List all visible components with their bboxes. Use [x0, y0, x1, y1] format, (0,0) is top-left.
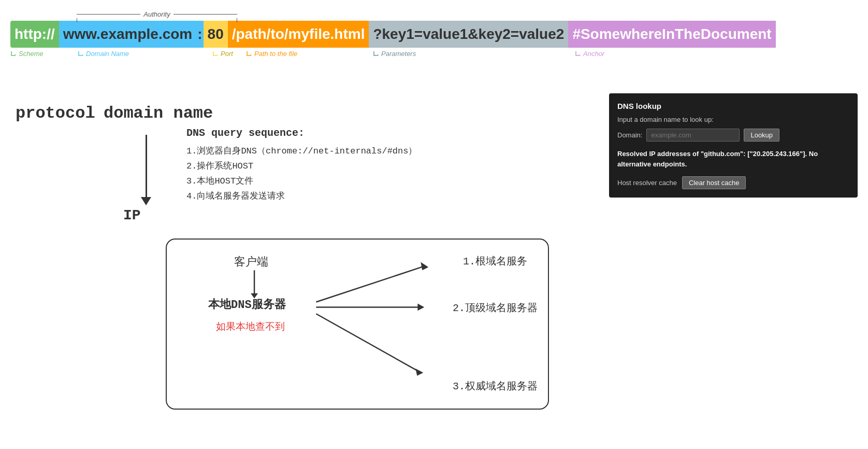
arrow-down: [141, 135, 151, 205]
url-section: Authority http:// www.example.com : 80 /…: [10, 10, 858, 65]
diagram-auth-dns: 3.权威域名服务器: [453, 379, 538, 393]
authority-bracket: Authority: [77, 10, 237, 22]
svg-marker-11: [417, 303, 424, 311]
url-anchor: #SomewhereInTheDocument: [568, 21, 775, 48]
diagram-root-dns: 1.根域名服务: [463, 254, 527, 268]
svg-marker-9: [421, 262, 428, 270]
dns-step-3: 3.本地HOST文件: [186, 174, 417, 189]
dns-panel-title: DNS lookup: [617, 102, 849, 110]
dns-query-text: DNS query sequence: 1.浏览器自身DNS（chrome://…: [186, 124, 417, 204]
dns-cache-row: Host resolver cache Clear host cache: [617, 176, 849, 189]
dns-lookup-button[interactable]: Lookup: [744, 129, 779, 142]
domain-name-main-label: domain name: [104, 104, 213, 123]
svg-marker-13: [415, 369, 423, 376]
url-query: ?key1=value1&key2=value2: [369, 21, 568, 48]
scheme-label: Scheme: [10, 50, 44, 58]
authority-label: Authority: [140, 10, 173, 18]
dns-step-2: 2.操作系统HOST: [186, 159, 417, 174]
port-label: Port: [212, 50, 233, 58]
dns-diagram: 客户端 本地DNS服务器 如果本地查不到 1.根域名服务 2.顶级域名服务器 3…: [166, 238, 549, 410]
dns-step-1: 1.浏览器自身DNS（chrome://net-internals/#dns）: [186, 144, 417, 159]
dns-step-4: 4.向域名服务器发送请求: [186, 189, 417, 204]
diagram-client: 客户端: [234, 254, 268, 270]
anchor-label: Anchor: [575, 50, 604, 58]
url-scheme: http://: [10, 21, 59, 48]
path-label: Path to the file: [246, 50, 297, 58]
svg-line-12: [316, 314, 419, 372]
url-port: 80: [204, 21, 228, 48]
dns-panel: DNS lookup Input a domain name to look u…: [609, 93, 858, 198]
url-colon: :: [196, 21, 203, 48]
dns-input-row: Domain: Lookup: [617, 129, 849, 142]
protocol-label: protocol: [16, 104, 95, 123]
parameters-label: Parameters: [373, 50, 416, 58]
dns-result: Resolved IP addresses of "github.com": […: [617, 149, 849, 169]
url-bar: http:// www.example.com : 80 /path/to/my…: [10, 21, 858, 48]
dns-domain-label: Domain:: [617, 131, 642, 139]
diagram-tld-dns: 2.顶级域名服务器: [453, 301, 538, 315]
dns-panel-subtitle: Input a domain name to look up:: [617, 116, 849, 123]
dns-clear-cache-button[interactable]: Clear host cache: [682, 176, 746, 189]
svg-line-8: [316, 266, 424, 302]
dns-domain-input[interactable]: [646, 129, 740, 142]
domain-name-label: Domain Name: [78, 50, 129, 58]
dns-cache-label: Host resolver cache: [617, 179, 677, 187]
diagram-if-not-found: 如果本地查不到: [216, 320, 285, 333]
diagram-local-dns: 本地DNS服务器: [208, 297, 286, 312]
url-domain: www.example.com: [59, 21, 197, 48]
url-path: /path/to/myfile.html: [228, 21, 369, 48]
ip-label: IP: [123, 207, 141, 223]
